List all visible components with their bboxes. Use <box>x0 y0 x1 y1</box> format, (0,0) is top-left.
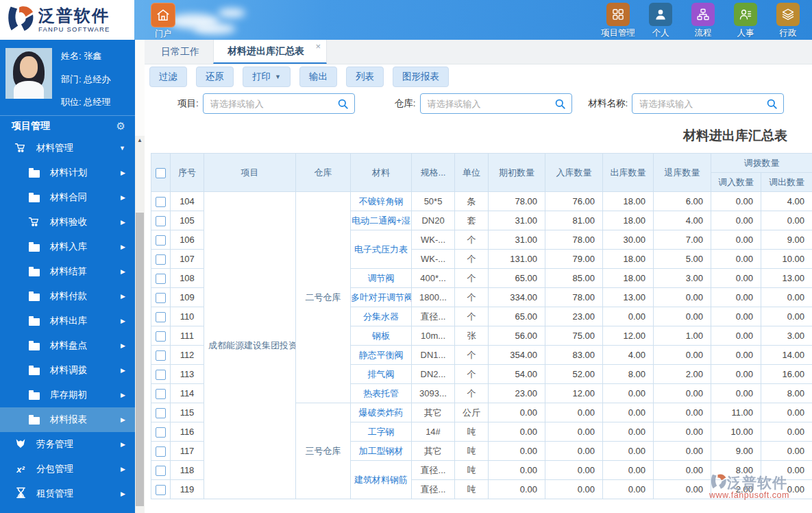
filter-bar: 项目: 仓库: 材料名称: <box>145 89 812 118</box>
cell-number: 9.00 <box>761 230 812 250</box>
sidebar-item-label: 库存期初 <box>50 389 87 401</box>
cell-unit: 个 <box>455 346 489 365</box>
sidebar-item-material-inbound[interactable]: 材料入库 ▶ <box>0 235 135 259</box>
cell-material-link[interactable]: 工字钢 <box>351 422 412 442</box>
close-icon[interactable]: × <box>315 41 321 51</box>
tab-material-inout-summary[interactable]: 材料进出库汇总表 × <box>213 40 327 64</box>
cell-material-link[interactable]: 建筑材料钢筋 <box>351 461 412 499</box>
row-checkbox[interactable] <box>156 312 166 322</box>
export-button[interactable]: 输出 <box>299 67 337 87</box>
row-checkbox[interactable] <box>156 370 166 380</box>
row-checkbox[interactable] <box>156 466 166 476</box>
module-title: 项目管理 <box>12 120 50 132</box>
column-header-project: 项目 <box>204 154 296 192</box>
row-checkbox[interactable] <box>156 446 166 457</box>
cell-material-link[interactable]: 排气阀 <box>351 365 412 384</box>
cell-material-link[interactable]: 静态平衡阀 <box>351 346 412 365</box>
chevron-right-icon: ▶ <box>121 342 125 349</box>
print-button[interactable]: 打印 ▼ <box>243 67 291 87</box>
sidebar-item-opening-inventory[interactable]: 库存期初 ▶ <box>0 383 135 407</box>
cell-number: 4.00 <box>603 346 654 365</box>
row-checkbox[interactable] <box>156 235 166 246</box>
cell-seq: 116 <box>171 422 204 442</box>
row-checkbox[interactable] <box>156 254 166 265</box>
select-all-checkbox[interactable] <box>156 168 166 178</box>
cell-material-link[interactable]: 不镀锌角钢 <box>351 192 412 211</box>
scroll-up-icon[interactable]: ▲ <box>135 137 145 143</box>
cell-number: 83.00 <box>545 346 603 365</box>
sidebar-item-material-stocktake[interactable]: 材料盘点 ▶ <box>0 333 135 358</box>
cell-material-link[interactable]: 电子式压力表 <box>351 230 412 269</box>
chevron-right-icon: ▶ <box>121 293 125 300</box>
tab-daily-work[interactable]: 日常工作 <box>147 40 213 64</box>
sidebar-scrollbar[interactable]: ▲ <box>135 40 145 513</box>
cell-material-link[interactable]: 调节阀 <box>351 269 412 288</box>
row-checkbox[interactable] <box>156 408 166 418</box>
sidebar-item-label: 材料计划 <box>50 167 87 179</box>
sidebar-item-material-outbound[interactable]: 材料出库 ▶ <box>0 309 135 333</box>
cell-material-link[interactable]: 钢板 <box>351 326 412 346</box>
sidebar-item-material-management[interactable]: 材料管理 ▼ <box>0 136 135 160</box>
cell-unit: 个 <box>455 250 489 269</box>
row-checkbox[interactable] <box>156 350 166 361</box>
search-icon[interactable] <box>554 97 567 113</box>
nav-process[interactable]: 流程 <box>682 3 724 39</box>
nav-project-management[interactable]: 项目管理 <box>597 3 639 39</box>
sidebar: 姓名: 张鑫 部门: 总经办 职位: 总经理 项目管理 ⚙ 材料管理 ▼ 材料计… <box>0 40 135 513</box>
cell-material-link[interactable]: 加工型钢材 <box>351 442 412 461</box>
cell-number: 0.00 <box>654 442 711 461</box>
filter-material-name-input[interactable] <box>632 99 783 109</box>
cell-material-link[interactable]: 热表托管 <box>351 384 412 403</box>
search-icon[interactable] <box>336 97 349 113</box>
cell-number: 0.00 <box>603 422 654 442</box>
cell-material-link[interactable]: 电动二通阀+湿 <box>351 211 412 230</box>
cell-number: 18.00 <box>603 269 654 288</box>
sidebar-item-material-transfer[interactable]: 材料调拨 ▶ <box>0 358 135 383</box>
sidebar-item-label: 材料调拨 <box>50 364 87 377</box>
sidebar-item-material-settlement[interactable]: 材料结算 ▶ <box>0 259 135 284</box>
row-checkbox[interactable] <box>156 274 166 284</box>
nav-admin[interactable]: 行政 <box>767 3 809 39</box>
cell-material-link[interactable]: 分集水器 <box>351 307 412 326</box>
sidebar-item-subcontract-management[interactable]: x² 分包管理 ▶ <box>0 457 135 481</box>
row-checkbox[interactable] <box>156 331 166 342</box>
sidebar-item-material-payment[interactable]: 材料付款 ▶ <box>0 284 135 309</box>
cell-seq: 118 <box>171 461 204 480</box>
sidebar-item-material-acceptance[interactable]: 材料验收 ▶ <box>0 210 135 235</box>
restore-button[interactable]: 还原 <box>196 67 234 87</box>
cell-material-link[interactable]: 爆破类炸药 <box>351 403 412 422</box>
row-checkbox[interactable] <box>156 216 166 226</box>
cell-spec: 直径... <box>412 307 455 326</box>
sidebar-item-labor-management[interactable]: 劳务管理 ▶ <box>0 432 135 457</box>
cell-material-link[interactable]: 多叶对开调节阀 <box>351 288 412 307</box>
cell-unit: 吨 <box>455 461 489 480</box>
sidebar-item-lease-management[interactable]: 租赁管理 ▶ <box>0 481 135 506</box>
row-checkbox[interactable] <box>156 197 166 207</box>
chart-report-button[interactable]: 图形报表 <box>393 67 449 87</box>
search-icon[interactable] <box>765 97 778 113</box>
cell-spec: WK-... <box>412 230 455 250</box>
scrollbar-thumb[interactable] <box>136 213 144 506</box>
cell-number: 0.00 <box>761 442 812 461</box>
filter-warehouse-input[interactable] <box>421 99 571 109</box>
row-checkbox[interactable] <box>156 293 166 303</box>
row-checkbox[interactable] <box>156 389 166 399</box>
list-button[interactable]: 列表 <box>346 67 384 87</box>
gear-icon[interactable]: ⚙ <box>116 120 125 132</box>
sidebar-item-material-report[interactable]: 材料报表 ▶ <box>0 407 135 432</box>
cell-number: 75.00 <box>545 326 603 346</box>
sidebar-item-material-contract[interactable]: 材料合同 ▶ <box>0 185 135 210</box>
nav-hr[interactable]: 人事 <box>724 3 767 39</box>
nav-personal[interactable]: 个人 <box>639 3 682 39</box>
sidebar-menu: 材料管理 ▼ 材料计划 ▶ 材料合同 ▶ 材料验收 ▶ 材料入库 ▶ 材料结算 … <box>0 136 135 506</box>
cell-number: 0.00 <box>711 269 761 288</box>
cell-seq: 108 <box>171 269 204 288</box>
filter-project-input[interactable] <box>204 99 354 109</box>
cell-number: 0.00 <box>603 442 654 461</box>
sidebar-item-material-plan[interactable]: 材料计划 ▶ <box>0 160 135 185</box>
row-checkbox[interactable] <box>156 485 166 495</box>
nav-portal[interactable]: 门户 <box>147 3 180 40</box>
filter-button[interactable]: 过滤 <box>149 67 187 87</box>
nav-project-management-label: 项目管理 <box>597 27 639 39</box>
row-checkbox[interactable] <box>156 427 166 438</box>
